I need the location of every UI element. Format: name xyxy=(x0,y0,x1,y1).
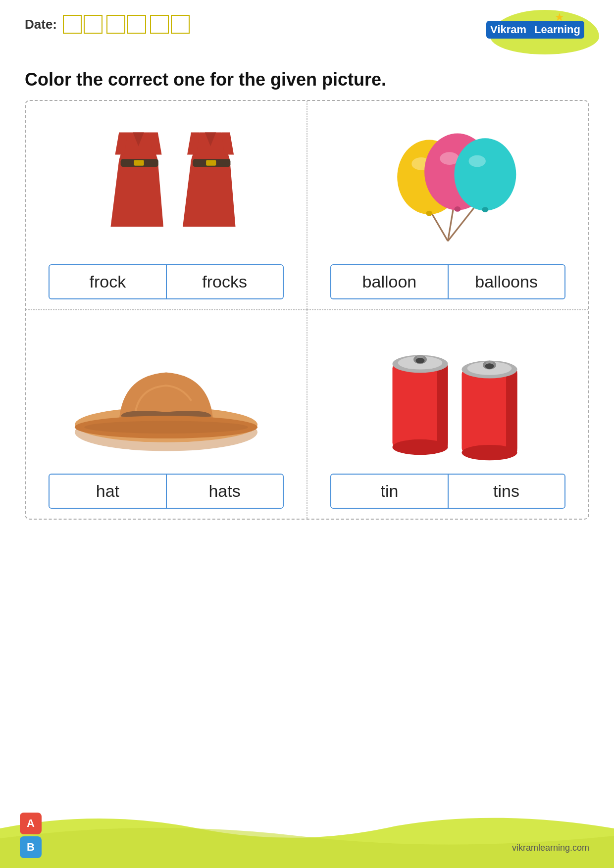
exercise-grid: frock frocks xyxy=(25,100,589,520)
svg-rect-31 xyxy=(437,364,448,447)
word-hats[interactable]: hats xyxy=(167,475,283,508)
word-hat[interactable]: hat xyxy=(50,475,166,508)
date-box-group-2 xyxy=(106,15,146,34)
balloon-illustration xyxy=(317,116,578,254)
tin-image xyxy=(317,325,578,464)
date-section: Date: xyxy=(25,15,190,34)
svg-point-44 xyxy=(485,363,494,369)
header: Date: ★ Vikram Learning xyxy=(0,0,614,59)
frock-illustration xyxy=(36,116,297,254)
hat-illustration xyxy=(36,325,297,464)
abc-block-a: A xyxy=(20,813,42,834)
hat-word-choices: hat hats xyxy=(49,474,283,509)
word-tin[interactable]: tin xyxy=(331,475,448,508)
balloon-cell: balloon balloons xyxy=(307,101,588,310)
frock-word-choices: frock frocks xyxy=(49,264,283,299)
date-boxes xyxy=(63,15,190,34)
svg-rect-11 xyxy=(206,160,216,166)
hat-image xyxy=(36,325,297,464)
svg-point-45 xyxy=(462,445,517,460)
logo-vikram: Vikram xyxy=(486,21,530,39)
word-frocks[interactable]: frocks xyxy=(167,265,283,298)
word-frock[interactable]: frock xyxy=(50,265,166,298)
abc-block-b: B xyxy=(20,836,42,858)
svg-point-36 xyxy=(416,358,425,363)
svg-point-37 xyxy=(393,439,448,455)
tin-word-choices: tin tins xyxy=(330,474,565,509)
footer-website: vikramlearning.com xyxy=(512,843,589,853)
logo-area: ★ Vikram Learning xyxy=(480,15,589,54)
balloon-image xyxy=(317,116,578,254)
date-box-3[interactable] xyxy=(106,15,125,34)
svg-rect-4 xyxy=(134,160,144,166)
tin-cell: tin tins xyxy=(307,310,588,519)
date-box-1[interactable] xyxy=(63,15,82,34)
svg-rect-39 xyxy=(506,370,517,453)
date-box-5[interactable] xyxy=(150,15,169,34)
word-tins[interactable]: tins xyxy=(449,475,564,508)
footer: A B vikramlearning.com xyxy=(0,809,614,868)
svg-point-24 xyxy=(454,206,460,212)
date-box-group-3 xyxy=(150,15,190,34)
svg-marker-2 xyxy=(111,160,163,227)
date-box-2[interactable] xyxy=(84,15,102,34)
footer-wave xyxy=(0,809,614,868)
svg-point-22 xyxy=(469,155,486,167)
date-box-6[interactable] xyxy=(171,15,190,34)
balloon-word-choices: balloon balloons xyxy=(330,264,565,299)
svg-marker-9 xyxy=(183,160,235,227)
svg-point-29 xyxy=(84,421,248,433)
svg-point-21 xyxy=(454,138,516,210)
word-balloons[interactable]: balloons xyxy=(449,265,564,298)
hat-cell: hat hats xyxy=(26,310,307,519)
word-balloon[interactable]: balloon xyxy=(331,265,448,298)
tin-illustration xyxy=(317,325,578,464)
star-icon: ★ xyxy=(555,11,564,24)
svg-point-25 xyxy=(482,207,488,212)
footer-abc-blocks: A B xyxy=(20,813,42,858)
date-box-4[interactable] xyxy=(127,15,146,34)
title-section: Color the correct one for the given pict… xyxy=(0,59,614,100)
frock-cell: frock frocks xyxy=(26,101,307,310)
date-box-group-1 xyxy=(63,15,102,34)
frock-image xyxy=(36,116,297,254)
date-label: Date: xyxy=(25,17,57,32)
svg-point-23 xyxy=(426,211,432,216)
logo: Vikram Learning xyxy=(486,21,584,39)
main-title: Color the correct one for the given pict… xyxy=(25,69,589,90)
